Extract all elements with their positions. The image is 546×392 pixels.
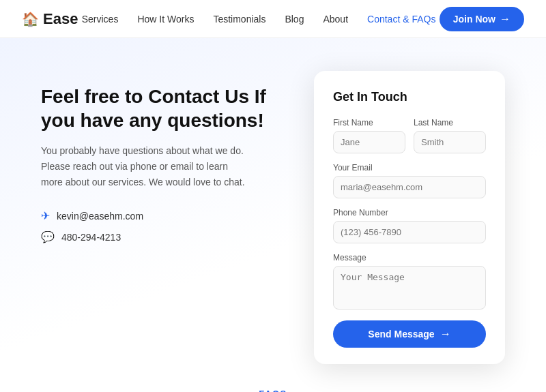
message-label: Message [333, 253, 486, 262]
nav-services[interactable]: Services [82, 14, 119, 25]
last-name-group: Last Name [414, 118, 486, 153]
last-name-label: Last Name [414, 118, 486, 127]
faqs-label: FAQS [41, 389, 505, 392]
nav-links: Services How It Works Testimonials Blog … [82, 14, 436, 25]
phone-row: Phone Number [333, 208, 486, 243]
message-group: Message [333, 253, 486, 310]
message-row: Message [333, 253, 486, 310]
email-address: kevin@easehm.com [57, 211, 143, 222]
home-icon: 🏠 [22, 11, 39, 27]
email-group: Your Email [333, 163, 486, 198]
page-title: Feel free to Contact Us If you have any … [41, 85, 287, 132]
form-title: Get In Touch [333, 90, 486, 104]
email-icon: ✈ [41, 209, 50, 222]
contact-form-card: Get In Touch First Name Last Name Your E… [314, 71, 505, 364]
nav-about[interactable]: About [323, 14, 348, 25]
email-row: Your Email [333, 163, 486, 198]
faqs-section: FAQS We're here to assist you with any q… [0, 364, 546, 392]
email-label: Your Email [333, 163, 486, 172]
phone-contact: 💬 480-294-4213 [41, 230, 287, 243]
left-content: Feel free to Contact Us If you have any … [41, 71, 287, 243]
nav-testimonials[interactable]: Testimonials [213, 14, 265, 25]
send-message-button[interactable]: Send Message → [333, 320, 486, 348]
contact-info: ✈ kevin@easehm.com 💬 480-294-4213 [41, 209, 287, 243]
nav-blog[interactable]: Blog [285, 14, 304, 25]
send-arrow-icon: → [440, 328, 451, 340]
page-description: You probably have questions about what w… [41, 143, 246, 190]
join-now-button[interactable]: Join Now → [440, 7, 524, 31]
phone-icon: 💬 [41, 230, 55, 243]
message-input[interactable] [333, 266, 486, 310]
first-name-input[interactable] [333, 131, 405, 153]
send-button-label: Send Message [368, 329, 434, 340]
first-name-label: First Name [333, 118, 405, 127]
logo-text: Ease [43, 10, 78, 28]
logo: 🏠 Ease [22, 10, 78, 28]
navbar: 🏠 Ease Services How It Works Testimonial… [0, 0, 546, 38]
name-row: First Name Last Name [333, 118, 486, 153]
main-section: Feel free to Contact Us If you have any … [0, 38, 546, 364]
email-contact: ✈ kevin@easehm.com [41, 209, 287, 222]
email-input[interactable] [333, 176, 486, 198]
phone-number: 480-294-4213 [61, 232, 121, 243]
phone-input[interactable] [333, 221, 486, 243]
nav-contact-faqs[interactable]: Contact & FAQs [367, 14, 435, 25]
last-name-input[interactable] [414, 131, 486, 153]
main-wrapper: Feel free to Contact Us If you have any … [0, 38, 546, 364]
nav-how-it-works[interactable]: How It Works [137, 14, 194, 25]
phone-group: Phone Number [333, 208, 486, 243]
arrow-right-icon: → [500, 13, 511, 25]
first-name-group: First Name [333, 118, 405, 153]
join-button-label: Join Now [453, 14, 495, 25]
phone-label: Phone Number [333, 208, 486, 217]
